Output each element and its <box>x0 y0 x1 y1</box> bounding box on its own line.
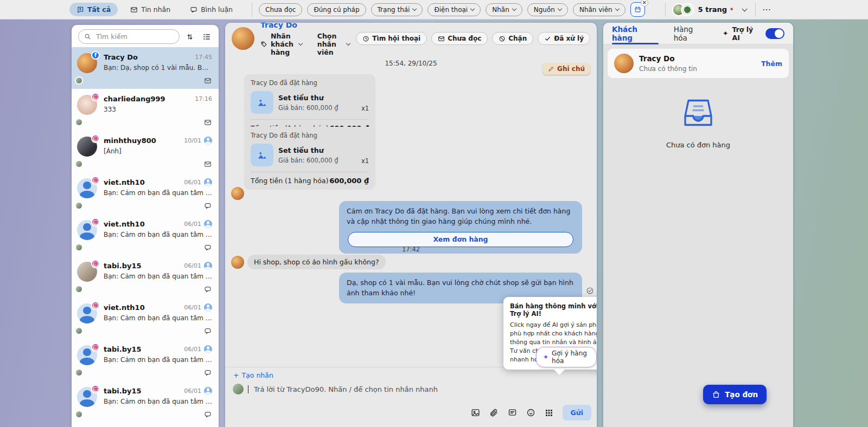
page-badge <box>75 410 83 418</box>
assignee-icon <box>204 262 212 270</box>
message-text: Cảm ơn Tracy Do đã đặt hàng. Bạn vui lòn… <box>347 207 570 225</box>
product-image-icon <box>251 91 273 114</box>
page-badge <box>75 160 83 168</box>
instagram-badge-icon <box>91 134 100 143</box>
pages-selector-label[interactable]: 5 trang <box>698 5 727 14</box>
tab-customer[interactable]: Khách hàng <box>612 23 659 44</box>
conversation-name: tabi.by15 <box>104 387 184 395</box>
search-box[interactable] <box>78 29 180 44</box>
customer-name: Tracy Do <box>639 54 697 63</box>
filter-syntax[interactable]: Đúng cú pháp <box>307 3 366 16</box>
customer-tag-dropdown[interactable]: Nhãn khách hàng <box>260 32 302 56</box>
customer-name-link[interactable]: Tracy Do <box>260 23 350 29</box>
filter-unread[interactable]: Chưa đọc <box>259 3 302 16</box>
product-name: Set tiểu thư <box>278 94 339 102</box>
add-info-link[interactable]: Thêm <box>761 60 782 68</box>
sort-button[interactable] <box>183 30 196 43</box>
create-order-button[interactable]: Tạo đơn <box>703 385 767 404</box>
tooltip-title: Bán hàng thông minh với Trợ lý AI! <box>510 302 597 318</box>
conversation-item[interactable]: tabi.by15 06/01 Bạn: Cảm ơn bạn đã quan … <box>72 339 219 381</box>
avatar <box>77 220 99 251</box>
date-separator: 15:54, 29/10/25 <box>225 60 597 67</box>
conversation-item[interactable]: tabi.by15 06/01 Bạn: Cảm ơn bạn đã quan … <box>72 381 219 423</box>
conversation-item[interactable]: viet.nth10 06/01 Bạn: Cảm ơn bạn đã quan… <box>72 214 219 256</box>
avatar <box>77 345 99 377</box>
date-filter-button[interactable]: × <box>630 2 645 17</box>
comment-channel-icon <box>204 200 212 210</box>
more-menu-icon[interactable]: ⋯ <box>762 4 771 15</box>
history-icon <box>362 35 369 42</box>
conversation-item[interactable]: viet.nth10 06/01 Bạn: Cảm ơn bạn đã quan… <box>72 297 219 339</box>
emoji-icon[interactable] <box>526 408 535 417</box>
conversation-preview: Bạn: Cảm ơn bạn đã quan tâm đến sh... <box>104 189 212 197</box>
chevron-down-icon <box>298 41 303 46</box>
reply-input[interactable] <box>253 385 589 394</box>
search-input[interactable] <box>95 32 174 41</box>
list-filter-icon <box>202 33 211 41</box>
filter-source[interactable]: Nguồn <box>527 3 568 16</box>
filter-tag[interactable]: Nhãn <box>486 3 522 16</box>
notification-dot: • <box>729 5 734 15</box>
conversation-item[interactable]: minhthuy800 10/01 [Ảnh] <box>72 131 219 172</box>
filter-staff[interactable]: Nhân viên <box>573 3 626 16</box>
conversation-item[interactable]: f Tracy Do 17:45 Bạn: Dạ, shop có 1 vài … <box>72 47 219 89</box>
bag-icon <box>712 390 720 399</box>
block-button[interactable]: Chặn <box>492 32 533 45</box>
assignee-icon <box>204 178 212 186</box>
facebook-badge-icon: f <box>91 51 100 60</box>
send-button[interactable]: Gửi <box>563 405 591 420</box>
assign-staff-dropdown[interactable]: Chọn nhân viên <box>317 32 350 56</box>
clear-filter-icon[interactable]: × <box>641 0 648 7</box>
filter-phone[interactable]: Điện thoại <box>427 3 481 16</box>
ai-sparkle-icon: ✦ <box>723 29 728 37</box>
conversation-item[interactable]: viet.nth10 06/01 Bạn: Cảm ơn bạn đã quan… <box>72 172 219 214</box>
assignee-icon <box>204 387 212 395</box>
sender-avatar <box>231 187 244 200</box>
create-tag-button[interactable]: + Tạo nhãn <box>233 371 273 379</box>
message-channel-icon <box>204 75 212 85</box>
apps-grid-icon[interactable] <box>545 409 553 417</box>
quick-reply-icon[interactable] <box>508 408 517 417</box>
mark-done-button[interactable]: Đã xử lý <box>538 32 590 45</box>
page-avatars <box>672 3 694 16</box>
sender-avatar <box>231 256 244 269</box>
chevron-down-icon <box>412 7 417 11</box>
conversation-time: 06/01 <box>184 179 201 186</box>
conversation-list-panel: f Tracy Do 17:45 Bạn: Dạ, shop có 1 vài … <box>72 25 219 427</box>
conversation-time: 06/01 <box>184 387 201 394</box>
page-badge <box>75 76 83 85</box>
delivered-check-icon <box>586 285 594 295</box>
detail-panel-header: Khách hàng Hàng hóa ✦ Trợ lý AI <box>603 23 793 44</box>
view-order-button[interactable]: Xem đơn hàng <box>348 232 573 247</box>
image-attach-icon[interactable] <box>471 408 480 417</box>
conversation-item[interactable]: tabi.by15 06/01 Bạn: Cảm ơn bạn đã quan … <box>72 256 219 297</box>
suggest-products-button[interactable]: ✦ Gợi ý hàng hóa <box>536 347 597 367</box>
composer: + Tạo nhãn Gửi <box>225 367 597 427</box>
tab-products[interactable]: Hàng hóa <box>674 23 707 44</box>
avatar <box>77 387 99 418</box>
instagram-badge-icon <box>91 301 100 310</box>
tab-all-conversations[interactable]: Tất cả <box>69 3 118 16</box>
assignee-icon <box>204 303 212 312</box>
list-settings-button[interactable] <box>200 30 213 43</box>
tab-comments[interactable]: Bình luận <box>183 3 240 16</box>
customer-info-card: Tracy Do Chưa có thông tin Thêm <box>608 49 789 78</box>
note-button[interactable]: Ghi chú <box>542 63 590 75</box>
find-conversation-button[interactable]: Tìm hội thoại <box>356 32 427 45</box>
mark-unread-button[interactable]: Chưa đọc <box>431 32 488 45</box>
comment-channel-icon <box>204 325 212 335</box>
tab-messages[interactable]: Tin nhắn <box>123 3 177 16</box>
ai-assistant-toggle[interactable] <box>765 28 784 39</box>
chevron-down-icon[interactable] <box>742 6 748 11</box>
top-filter-bar: Tất cả Tin nhắn Bình luận Chưa đọc Đúng … <box>0 0 868 20</box>
conversation-name: minhthuy800 <box>104 137 184 145</box>
filter-status[interactable]: Trạng thái <box>371 3 423 16</box>
product-name: Set tiểu thư <box>278 146 339 154</box>
attachment-icon[interactable] <box>489 408 499 417</box>
tab-messages-label: Tin nhắn <box>141 5 170 14</box>
instagram-badge-icon <box>91 260 100 268</box>
conversation-item[interactable]: charliedang999 17:16 333 <box>72 89 219 131</box>
incoming-message-bubble: Hi shop, shop có áo hình gấu không? <box>247 255 386 269</box>
conversation-time: 17:16 <box>195 95 212 102</box>
order-message-card[interactable]: Tracy Do đã đặt hàng Set tiểu thư Giá bá… <box>244 127 375 190</box>
